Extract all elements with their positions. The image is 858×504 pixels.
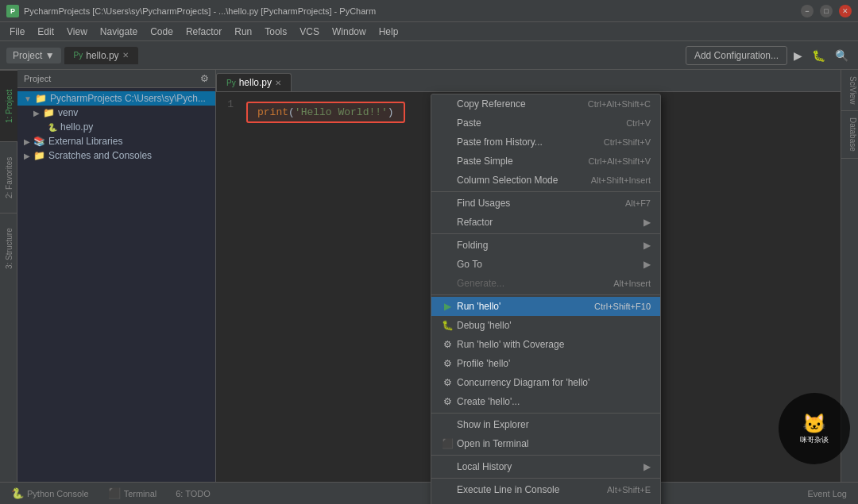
ctx-local-history[interactable]: Local History ▶ — [431, 457, 660, 476]
python-console-button[interactable]: 🐍 Python Console — [6, 486, 94, 501]
ctx-folding[interactable]: Folding ▶ — [431, 236, 660, 255]
context-menu: Copy Reference Ctrl+Alt+Shift+C Paste Ct… — [431, 94, 661, 504]
todo-button[interactable]: 6: TODO — [171, 487, 215, 500]
folder-icon: 📁 — [43, 107, 55, 118]
tree-item-label: External Libraries — [48, 136, 122, 147]
terminal-button[interactable]: ⬛ Terminal — [103, 486, 162, 501]
window-controls: − □ ✕ — [801, 5, 852, 17]
ctx-concurrency[interactable]: ⚙Concurrency Diagram for 'hello' — [431, 373, 660, 392]
menu-vcs[interactable]: VCS — [293, 25, 326, 39]
menu-window[interactable]: Window — [326, 25, 373, 39]
ctx-refactor[interactable]: Refactor ▶ — [431, 213, 660, 232]
sidebar-item-sciview[interactable]: SciView — [841, 70, 859, 111]
todo-label: 6: TODO — [176, 489, 211, 498]
divider-6 — [431, 478, 660, 479]
terminal-icon: ⬛ — [441, 438, 454, 449]
tree-item-hello-py[interactable]: 🐍 hello.py — [17, 120, 215, 134]
main-area: 1: Project 2: Favorites 3: Structure Pro… — [0, 70, 858, 482]
editor-area: Py hello.py ✕ 1 print('Hello World!!') C… — [216, 70, 841, 482]
menu-edit[interactable]: Edit — [31, 25, 60, 39]
tree-item-external-libraries[interactable]: ▶ 📚 External Libraries — [17, 134, 215, 148]
library-icon: 📚 — [33, 136, 45, 147]
ctx-paste-simple[interactable]: Paste Simple Ctrl+Alt+Shift+V — [431, 152, 660, 171]
project-label: Project — [24, 74, 51, 83]
concurrency-icon: ⚙ — [441, 377, 454, 388]
close-button[interactable]: ✕ — [839, 5, 852, 17]
ctx-run-coverage[interactable]: ⚙Run 'hello' with Coverage — [431, 335, 660, 354]
debug-icon: 🐛 — [441, 320, 454, 331]
create-icon: ⚙ — [441, 396, 454, 407]
add-configuration-button[interactable]: Add Configuration... — [686, 46, 787, 65]
menu-code[interactable]: Code — [144, 25, 180, 39]
event-log-label: Event Log — [807, 489, 847, 498]
tree-item-scratches[interactable]: ▶ 📁 Scratches and Consoles — [17, 148, 215, 163]
ctx-profile[interactable]: ⚙Profile 'hello' — [431, 354, 660, 373]
ctx-column-selection[interactable]: Column Selection Mode Alt+Shift+Insert — [431, 171, 660, 190]
menu-navigate[interactable]: Navigate — [94, 25, 144, 39]
highlighted-code-line: print('Hello World!!') — [246, 102, 405, 123]
menu-tools[interactable]: Tools — [258, 25, 293, 39]
paren-open: ( — [288, 106, 295, 118]
code-content[interactable]: print('Hello World!!') — [240, 98, 412, 126]
ctx-create-hello[interactable]: ⚙Create 'hello'... — [431, 392, 660, 411]
menu-help[interactable]: Help — [373, 25, 405, 39]
divider-2 — [431, 233, 660, 234]
maximize-button[interactable]: □ — [820, 5, 833, 17]
divider-3 — [431, 294, 660, 295]
sidebar-item-database[interactable]: Database — [841, 111, 859, 159]
terminal-icon: ⬛ — [108, 487, 121, 499]
ctx-run-hello[interactable]: ▶Run 'hello' Ctrl+Shift+F10 — [431, 297, 660, 316]
ctx-execute-line[interactable]: Execute Line in Console Alt+Shift+E — [431, 480, 660, 499]
paren-close: ) — [388, 106, 394, 118]
expand-arrow-icon: ▼ — [24, 94, 32, 103]
folder-icon: 📁 — [35, 93, 47, 104]
ctx-show-explorer[interactable]: Show in Explorer — [431, 415, 660, 434]
search-button[interactable]: 🔍 — [832, 46, 852, 65]
watermark-text: 咪哥杂谈 — [800, 435, 829, 445]
expand-arrow-icon: ▶ — [33, 109, 40, 117]
menu-run[interactable]: Run — [228, 25, 258, 39]
project-button[interactable]: Project ▼ — [6, 48, 61, 63]
file-tab-hello[interactable]: Py hello.py ✕ — [64, 47, 138, 64]
tree-item-pycharmprojects[interactable]: ▼ 📁 PycharmProjects C:\Users\sy\Pych... — [17, 91, 215, 106]
editor-tab-hello[interactable]: Py hello.py ✕ — [216, 73, 292, 91]
menu-view[interactable]: View — [60, 25, 94, 39]
python-icon: 🐍 — [11, 487, 24, 499]
python-file-icon: 🐍 — [48, 123, 57, 132]
sidebar-item-favorites[interactable]: 2: Favorites — [0, 141, 17, 213]
menu-refactor[interactable]: Refactor — [180, 25, 228, 39]
tree-item-venv[interactable]: ▶ 📁 venv — [17, 106, 215, 120]
menu-file[interactable]: File — [3, 25, 31, 39]
divider-4 — [431, 413, 660, 414]
debug-button[interactable]: 🐛 — [809, 46, 829, 65]
project-panel-header: Project ⚙ — [17, 70, 215, 88]
ctx-open-terminal[interactable]: ⬛Open in Terminal — [431, 434, 660, 453]
minimize-button[interactable]: − — [801, 5, 814, 17]
python-console-label: Python Console — [27, 489, 89, 498]
ctx-paste[interactable]: Paste Ctrl+V — [431, 113, 660, 133]
toolbar: Project ▼ Py hello.py ✕ Add Configuratio… — [0, 41, 858, 70]
close-editor-tab-icon[interactable]: ✕ — [275, 79, 281, 87]
python-file-icon: Py — [226, 79, 236, 87]
tree-item-label: Scratches and Consoles — [48, 150, 152, 161]
ctx-find-usages[interactable]: Find Usages Alt+F7 — [431, 194, 660, 213]
sidebar-item-structure[interactable]: 3: Structure — [0, 213, 17, 284]
run-button[interactable]: ▶ — [790, 46, 806, 65]
expand-arrow-icon: ▶ — [24, 152, 30, 160]
string-literal: 'Hello World!!' — [295, 106, 388, 118]
ctx-copy-reference[interactable]: Copy Reference Ctrl+Alt+Shift+C — [431, 94, 660, 113]
statusbar: 🐍 Python Console ⬛ Terminal 6: TODO Even… — [0, 482, 858, 504]
window-title: PycharmProjects [C:\Users\sy\PycharmProj… — [24, 6, 801, 16]
python-file-icon: Py — [74, 51, 83, 60]
line-numbers: 1 — [216, 98, 240, 126]
ctx-goto[interactable]: Go To ▶ — [431, 255, 660, 274]
sidebar-item-project[interactable]: 1: Project — [0, 70, 17, 141]
ctx-run-file[interactable]: Run File in Console — [431, 499, 660, 504]
ctx-paste-history[interactable]: Paste from History... Ctrl+Shift+V — [431, 133, 660, 152]
close-tab-icon[interactable]: ✕ — [122, 51, 129, 60]
gear-icon[interactable]: ⚙ — [200, 73, 209, 84]
divider-1 — [431, 191, 660, 192]
ctx-debug-hello[interactable]: 🐛Debug 'hello' — [431, 316, 660, 335]
ctx-generate[interactable]: Generate... Alt+Insert — [431, 274, 660, 293]
event-log-button[interactable]: Event Log — [802, 487, 852, 500]
